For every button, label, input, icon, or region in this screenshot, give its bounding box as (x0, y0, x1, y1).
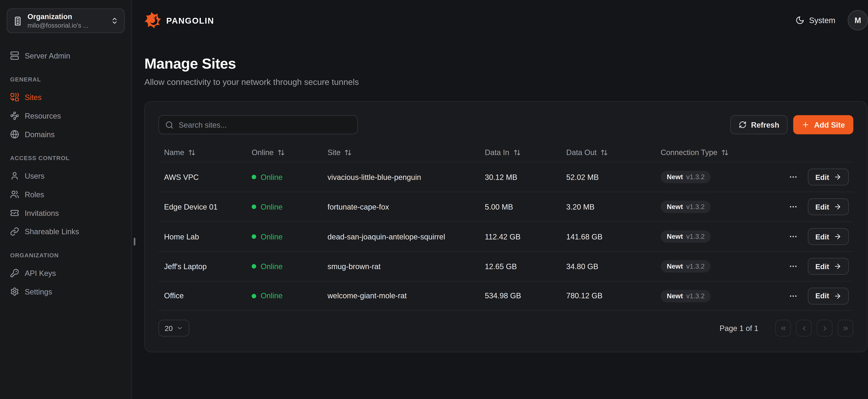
chevron-down-icon (177, 325, 184, 332)
search-input[interactable] (179, 121, 351, 129)
content: Manage Sites Allow connectivity to your … (132, 40, 868, 352)
data-in: 534.98 GB (485, 291, 566, 300)
sidebar-item-api-keys[interactable]: API Keys (7, 264, 125, 282)
next-page-button[interactable] (817, 320, 833, 337)
sidebar-item-label: Roles (25, 190, 44, 198)
chevrons-right-icon (842, 325, 849, 332)
search-box (158, 115, 358, 134)
org-selector-label: Organization (28, 12, 89, 21)
data-in: 30.12 MB (485, 173, 566, 181)
sort-icon (188, 149, 195, 156)
link-icon (10, 227, 19, 236)
arrow-right-icon (834, 203, 841, 211)
data-out: 780.12 GB (566, 291, 661, 300)
edit-button[interactable]: Edit (808, 258, 849, 275)
connection-type-badge: Newtv1.3.2 (661, 201, 711, 213)
row-menu-button[interactable] (788, 201, 799, 212)
arrow-right-icon (834, 263, 841, 270)
sidebar-item-domains[interactable]: Domains (7, 125, 125, 144)
waypoints-icon (10, 111, 19, 120)
chevrons-up-down-icon (111, 17, 118, 25)
server-icon (10, 51, 19, 60)
column-header-online[interactable]: Online (252, 148, 328, 157)
row-menu-button[interactable] (788, 290, 799, 301)
page-status: Page 1 of 1 (720, 324, 758, 333)
sidebar-item-label: Invitations (25, 209, 59, 217)
row-menu-button[interactable] (788, 260, 799, 272)
column-header-site[interactable]: Site (328, 148, 485, 157)
sort-icon (345, 149, 352, 156)
theme-toggle[interactable]: System (796, 16, 835, 25)
sidebar-item-label: Shareable Links (25, 227, 79, 236)
sidebar-section-general: GENERAL (10, 76, 121, 83)
sidebar-item-users[interactable]: Users (7, 167, 125, 185)
sidebar-item-sites[interactable]: Sites (7, 88, 125, 106)
sidebar-item-label: Users (25, 172, 44, 180)
sidebar: Organization milo@fossorial.io's ... Ser… (0, 0, 132, 399)
sidebar-item-resources[interactable]: Resources (7, 107, 125, 125)
sidebar-section-organization: ORGANIZATION (10, 252, 121, 258)
sidebar-item-server-admin[interactable]: Server Admin (7, 47, 125, 65)
site-slug: vivacious-little-blue-penguin (328, 173, 485, 181)
table-row: Jeff's Laptop Online smug-brown-rat 12.6… (158, 251, 854, 281)
site-name: AWS VPC (164, 173, 252, 181)
add-site-button[interactable]: Add Site (793, 115, 853, 134)
arrow-right-icon (834, 173, 841, 181)
sidebar-item-settings[interactable]: Settings (7, 283, 125, 301)
last-page-button[interactable] (838, 320, 854, 337)
row-menu-button[interactable] (788, 172, 799, 183)
status-badge: Online (252, 262, 328, 271)
chevrons-left-icon (779, 325, 787, 332)
topbar: PANGOLIN System M (132, 0, 868, 40)
refresh-button[interactable]: Refresh (730, 115, 788, 134)
status-badge: Online (252, 203, 328, 211)
user-avatar[interactable]: M (848, 10, 868, 30)
edit-button[interactable]: Edit (808, 168, 849, 185)
data-out: 3.20 MB (566, 203, 661, 211)
edit-button[interactable]: Edit (808, 228, 849, 245)
site-slug: smug-brown-rat (328, 262, 485, 271)
org-selector[interactable]: Organization milo@fossorial.io's ... (7, 8, 125, 33)
column-header-connection-type[interactable]: Connection Type (661, 148, 787, 157)
sidebar-item-label: Resources (25, 112, 61, 120)
sidebar-item-roles[interactable]: Roles (7, 185, 125, 204)
column-header-name[interactable]: Name (164, 148, 252, 157)
main-area: PANGOLIN System M Manage Sites Allow con… (132, 0, 868, 399)
column-header-data-in[interactable]: Data In (485, 148, 566, 157)
edit-button[interactable]: Edit (808, 287, 849, 304)
column-header-data-out[interactable]: Data Out (566, 148, 661, 157)
theme-mode-label: System (809, 16, 835, 25)
status-badge: Online (252, 173, 328, 181)
plus-icon (802, 121, 809, 129)
first-page-button[interactable] (775, 320, 791, 337)
connection-type-badge: Newtv1.3.2 (661, 171, 711, 183)
arrow-right-icon (834, 292, 841, 300)
site-name: Edge Device 01 (164, 203, 252, 211)
chevron-right-icon (821, 325, 828, 332)
moon-icon (796, 16, 805, 25)
connection-type-badge: Newtv1.3.2 (661, 289, 711, 302)
row-menu-button[interactable] (788, 231, 799, 242)
sidebar-section-access-control: ACCESS CONTROL (10, 155, 121, 161)
refresh-icon (739, 121, 746, 129)
edit-button[interactable]: Edit (808, 198, 849, 215)
chevron-left-icon (800, 325, 808, 332)
online-dot-icon (252, 175, 256, 179)
sidebar-resize-handle[interactable] (134, 238, 135, 246)
table-row: Edge Device 01 Online fortunate-cape-fox… (158, 191, 854, 221)
data-out: 52.02 MB (566, 173, 661, 181)
sidebar-item-invitations[interactable]: Invitations (7, 204, 125, 222)
status-badge: Online (252, 291, 328, 300)
online-dot-icon (252, 234, 256, 239)
site-name: Office (164, 291, 252, 300)
sites-card: Refresh Add Site Name (145, 101, 867, 352)
connection-type-badge: Newtv1.3.2 (661, 260, 711, 272)
previous-page-button[interactable] (796, 320, 812, 337)
sidebar-item-shareable-links[interactable]: Shareable Links (7, 222, 125, 241)
site-slug: welcome-giant-mole-rat (328, 291, 485, 300)
avatar-initial: M (855, 16, 861, 25)
data-in: 12.65 GB (485, 262, 566, 271)
data-in: 112.42 GB (485, 232, 566, 241)
page-size-select[interactable]: 20 (158, 320, 190, 337)
table-row: Home Lab Online dead-san-joaquin-antelop… (158, 221, 854, 251)
